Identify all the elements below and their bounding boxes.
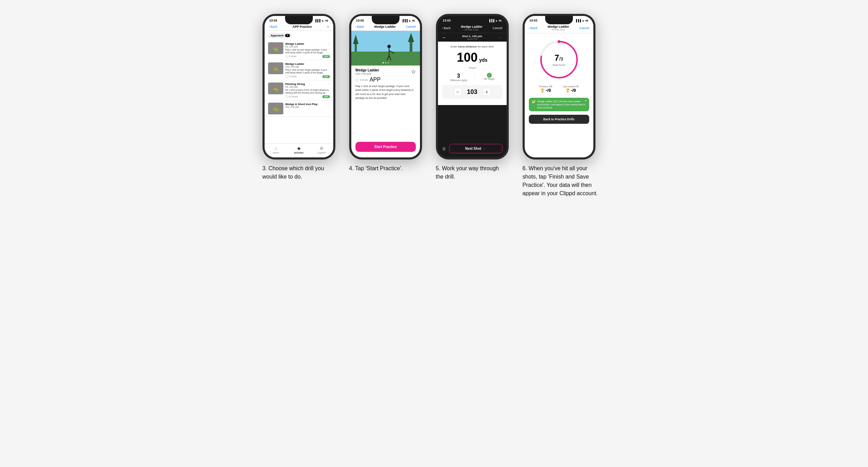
phone4-cancel-button[interactable]: Cancel [406,25,415,28]
next-shot-button-main[interactable]: Next Shot → [449,144,502,153]
start-practice-button[interactable]: Start Practice [355,142,416,152]
phone4-nav-title: Wedge Ladder [374,25,396,28]
drill-yds-2: 55–100 yds [285,86,305,88]
drill-badge-2: APP [323,95,329,98]
svg-point-6 [387,45,390,48]
score-denominator: /9 [559,56,563,62]
dot-2 [385,62,386,63]
phone5-bottom-row: 🗑 Next Shot → [438,141,507,157]
phone4-badge: APP [370,77,381,83]
phone3-status-icons: ▐▐▐ ▲ 46 [315,19,328,22]
delete-icon[interactable]: 🗑 [442,146,446,151]
drill-item-0[interactable]: ⛳ Wedge Ladder 50–100 yds ☆ Play 1 shot … [265,40,333,60]
phone4-drill-image [351,31,420,66]
banner-close-button[interactable]: ✕ [585,99,587,102]
shot-score: Score 5/9 [462,38,482,40]
drill-name-2: Pitching String [285,83,305,86]
phones-container: 13:02 ▐▐▐ ▲ 46 ‹ Back APP Practice ≡ App… [263,14,606,198]
phone3-time: 13:02 [269,19,277,22]
hit-target-indicator: ✓ [487,73,492,78]
drill-desc-2: Hit 1 shot at each of the 10 target dist… [285,89,330,95]
phone6-time: 13:03 [530,19,538,22]
drill-item-3[interactable]: ⛳ Wedge & Short Iron Play 100–140 yds ☆ [265,101,333,117]
shot-value[interactable]: 103 [465,88,479,96]
phone-4-section: 13:02 ▐▐▐ ▲ 46 ‹ Back Wedge Ladder Cance… [349,14,426,173]
phone3-nav-activities[interactable]: ◈ Activities [287,146,310,154]
drill-shots-0: ◯ 9 shots [285,55,297,58]
target-number: 100 [457,50,478,64]
phone3-nav-capture[interactable]: ⊕ Capture [310,146,333,154]
drill-footer-0: ◯ 9 shots APP [285,55,330,58]
phone3-back-button[interactable]: ‹ Back [269,25,277,28]
pb-row: Previous PB 🏆 -/9 Last month PB 🏆 -/9 [539,85,578,93]
phone3-menu-button[interactable]: ≡ [327,25,329,28]
drill-yds-1: 100–140 yds [285,66,304,68]
phone-6-screen: 13:03 ▐▐▐ ▲ 46 ‹ Back Wedge Ladder 06 Ma… [525,16,593,157]
drill-desc-0: Play 1 shot at each target yardage. If y… [285,49,330,54]
decrease-button[interactable]: − [454,88,462,96]
phone3-nav-bar: ‹ Back APP Practice ≡ [265,24,333,31]
phone4-nav-bar: ‹ Back Wedge Ladder Cancel [351,24,420,31]
difference-value: 3 [450,73,467,79]
phone4-desc: Play 1 shot at each target yardage. If y… [355,84,416,100]
success-message: 'Wedge Ladder (100–140 yds)' was created… [537,100,586,109]
back-to-drills-button[interactable]: Back to Practice Drills [529,115,589,124]
drill-star-3[interactable]: ☆ [327,103,330,108]
shot-label: Shot 1, 100 yds [462,35,482,38]
score-circle: 7/9 Total Score [538,39,580,80]
phone6-status-icons: ▐▐▐ ▲ 46 [575,19,588,22]
drill-item-2[interactable]: ⛳ Pitching String 55–100 yds ☆ Hit 1 sho… [265,80,333,101]
carry-label: Enter carry distance for each shot [442,45,502,48]
activities-icon: ◈ [297,146,301,151]
phone3-bottom-nav: ⌂ Home ◈ Activities ⊕ Capture [265,143,333,157]
divider [475,73,476,81]
image-dots [383,62,389,63]
phone-3-frame: 13:02 ▐▐▐ ▲ 46 ‹ Back APP Practice ≡ App… [263,14,335,159]
drill-shots-1: ◯ 9 shots [285,75,297,78]
phone4-back-button[interactable]: ‹ Back [355,25,364,28]
phone5-back-button[interactable]: ‹ Back [442,26,451,30]
phone6-nav-bar: ‹ Back Wedge Ladder 06 Mar 2023 Cancel [525,24,593,33]
phone-5-section: 13:03 ▐▐▐ ▲ 46 ‹ Back Wedge Ladder 06 Ma… [436,14,512,181]
increase-button[interactable]: + [483,88,491,96]
phone4-status-bar: 13:02 ▐▐▐ ▲ 46 [351,16,420,24]
total-score-label: Total Score [552,63,566,67]
next-shot-button[interactable]: → [498,35,502,40]
phone4-time: 13:02 [356,19,364,22]
drill-name-1: Wedge Ladder [285,62,304,66]
drill-shots-2: ◯ 10 shots [285,95,298,98]
shot-input-row: − 103 + [442,85,502,99]
phone4-drill-yds: 100–140 yds [355,72,379,75]
drill-name-3: Wedge & Short Iron Play [285,103,318,106]
phone6-cancel-button[interactable]: Cancel [579,26,589,30]
drill-star-2[interactable]: ☆ [327,83,330,88]
difference-label: Difference (yds) [450,79,467,81]
phone3-nav-home[interactable]: ⌂ Home [265,146,287,154]
drill-star-1[interactable]: ☆ [327,62,330,68]
phone4-status-icons: ▐▐▐ ▲ 46 [402,19,415,22]
drill-item-1[interactable]: ⛳ Wedge Ladder 100–140 yds ☆ Play 1 shot… [265,60,333,80]
phone4-shots-text: 9 shots [360,78,368,81]
drill-thumb-2: ⛳ [268,83,283,94]
last-month-pb-value: 🏆 -/9 [563,88,579,93]
hit-target-label: Hit Target [484,78,495,80]
phone5-cancel-button[interactable]: Cancel [492,26,502,30]
success-banner: ✅ 'Wedge Ladder (100–140 yds)' was creat… [529,98,589,111]
phone-4-frame: 13:02 ▐▐▐ ▲ 46 ‹ Back Wedge Ladder Cance… [349,14,422,159]
next-arrow-icon: → [483,147,486,150]
phone3-nav-title: APP Practice [292,25,312,28]
drill-badge-0: APP [323,55,329,58]
description-4: 4. Tap 'Start Practice'. [349,164,403,173]
drill-star-0[interactable]: ☆ [327,42,330,48]
stats-row: 3 Difference (yds) ✓ Hit Target [442,73,502,81]
capture-icon: ⊕ [320,146,324,151]
previous-pb: Previous PB 🏆 -/9 [539,85,552,93]
phone6-back-button[interactable]: ‹ Back [529,26,538,30]
hit-target-stat: ✓ Hit Target [484,73,495,81]
last-month-pb-label: Last month PB [563,85,579,88]
drill-thumb-3: ⛳ [268,103,283,114]
phone4-star[interactable]: ☆ [411,68,416,75]
drill-thumb-1: ⛳ [268,62,283,74]
prev-shot-button[interactable]: ← [442,35,447,40]
phone-3-screen: 13:02 ▐▐▐ ▲ 46 ‹ Back APP Practice ≡ App… [265,16,333,157]
